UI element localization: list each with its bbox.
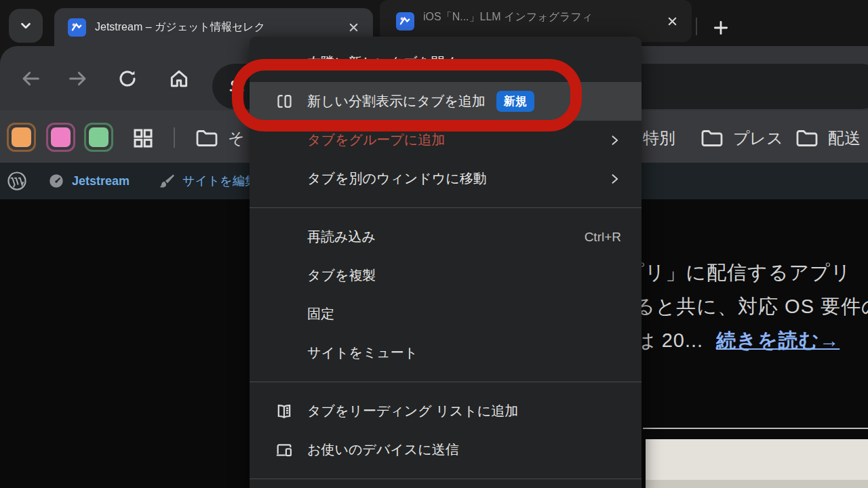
gauge-icon <box>47 172 65 190</box>
annotation-highlight-ring <box>232 59 582 131</box>
page-text-line: ると共に、対応 OS 要件の <box>635 293 868 321</box>
page-image-block <box>646 439 868 488</box>
apps-grid-icon[interactable] <box>131 126 155 150</box>
site-favicon <box>396 12 414 30</box>
brush-icon <box>158 172 176 190</box>
folder-label: そ <box>228 127 245 149</box>
menu-item-mute-site[interactable]: サイトをミュート <box>250 333 642 372</box>
chip-fill <box>12 127 31 147</box>
submenu-arrow-icon <box>608 134 621 147</box>
menu-separator <box>250 207 642 208</box>
menu-icon-slot <box>274 266 294 286</box>
new-tab-button[interactable] <box>709 16 732 39</box>
wordpress-logo-icon[interactable] <box>7 171 27 191</box>
read-more-link[interactable]: 続きを読む→ <box>716 329 840 351</box>
menu-icon-slot <box>274 227 294 247</box>
folder-icon <box>195 129 218 148</box>
menu-separator <box>250 382 642 382</box>
chevron-down-icon <box>18 18 33 33</box>
menu-shortcut: Ctrl+R <box>585 230 621 245</box>
menu-item-label: タブを別のウィンドウに移動 <box>307 169 487 188</box>
bookmarks-divider <box>174 127 175 148</box>
menu-separator <box>250 479 642 479</box>
tab-divider <box>696 18 697 35</box>
tab-search-button[interactable] <box>9 9 43 43</box>
menu-icon-slot <box>274 343 294 363</box>
menu-item-pin-tab[interactable]: 固定 <box>250 295 642 333</box>
wp-edit-site-link[interactable]: サイトを編集 <box>158 172 257 190</box>
wp-jetstream-link[interactable]: Jetstream <box>47 172 130 190</box>
folder-label: プレス <box>733 127 783 149</box>
menu-item-send-to-device[interactable]: お使いのデバイスに送信 <box>250 430 642 469</box>
close-icon[interactable] <box>343 17 363 37</box>
reload-button[interactable] <box>114 65 141 92</box>
menu-item-label: お使いのデバイスに送信 <box>307 441 459 459</box>
menu-icon-slot <box>274 130 294 150</box>
menu-item-label: サイトをミュート <box>307 344 418 362</box>
bookmark-folder-press[interactable]: プレス <box>701 127 783 149</box>
folder-label: 特別 <box>643 127 675 149</box>
back-button[interactable] <box>17 65 44 92</box>
tab-group-chip-orange[interactable] <box>7 123 36 152</box>
menu-item-move-tab-to-window[interactable]: タブを別のウィンドウに移動 <box>250 159 642 198</box>
site-favicon <box>68 18 86 37</box>
page-text-line: プリ」に配信するアプリ <box>624 260 851 287</box>
folder-label: 配送 <box>828 127 861 149</box>
forward-button[interactable] <box>64 65 92 92</box>
chip-fill <box>89 127 108 147</box>
menu-icon-slot <box>274 304 294 325</box>
folder-icon <box>795 129 818 148</box>
tab-2[interactable]: iOS「N...」LLM インフォグラフィ <box>380 0 692 42</box>
browser-window: iOS「N...」LLM インフォグラフィ Jetstream – ガジェット情… <box>0 0 868 488</box>
close-icon[interactable] <box>662 11 682 31</box>
reading-list-icon <box>274 401 294 422</box>
wp-link-label: Jetstream <box>72 174 130 188</box>
menu-item-add-to-reading-list[interactable]: タブをリーディング リストに追加 <box>250 392 642 430</box>
page-text-line: は 20... 続きを読む→ <box>635 327 840 354</box>
folder-icon <box>701 129 724 148</box>
page-image-edge <box>646 480 868 488</box>
tab-group-chip-pink[interactable] <box>46 123 75 152</box>
menu-item-label: 固定 <box>307 305 334 323</box>
submenu-arrow-icon <box>608 172 621 186</box>
tab-title: Jetstream – ガジェット情報セレク <box>95 20 343 35</box>
menu-item-duplicate-tab[interactable]: タブを複製 <box>250 256 642 295</box>
bookmark-folder-haisou[interactable]: 配送 <box>795 127 861 149</box>
content-divider-line <box>643 428 868 429</box>
menu-item-reload[interactable]: 再読み込み Ctrl+R <box>250 218 642 256</box>
menu-item-label: タブを複製 <box>307 266 376 285</box>
menu-item-label: タブをグループに追加 <box>307 131 445 149</box>
menu-item-label: 再読み込み <box>307 228 376 246</box>
chip-fill <box>51 127 71 147</box>
bookmark-folder-tokubetsu[interactable]: 特別 <box>643 127 675 149</box>
menu-item-label: タブをリーディング リストに追加 <box>307 402 518 420</box>
send-to-device-icon <box>274 440 294 460</box>
page-text-fragment: は 20... <box>635 329 703 351</box>
tab-title: iOS「N...」LLM インフォグラフィ <box>423 10 662 24</box>
menu-icon-slot <box>274 169 294 189</box>
tab-group-chip-green[interactable] <box>84 123 113 152</box>
home-button[interactable] <box>165 65 193 92</box>
bookmark-folder-sono[interactable]: そ <box>195 127 245 149</box>
wp-link-label: サイトを編集 <box>182 173 257 189</box>
